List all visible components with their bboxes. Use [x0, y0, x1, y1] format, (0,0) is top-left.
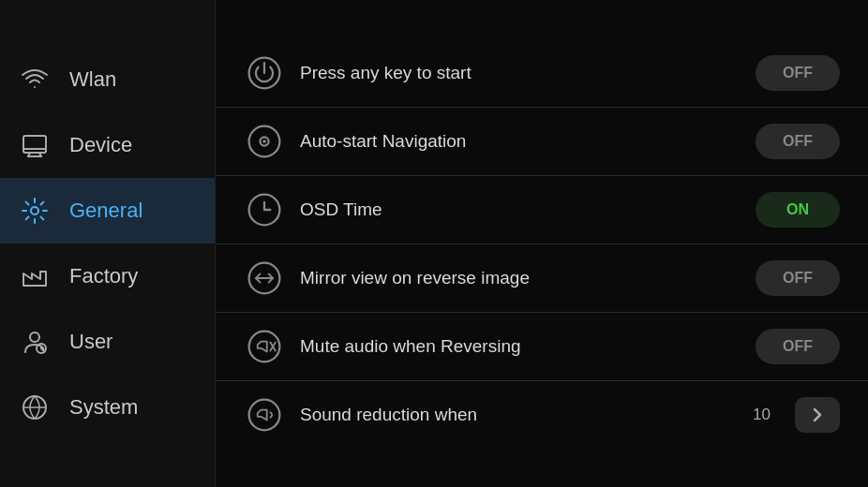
svg-point-8 — [262, 140, 266, 143]
sidebar-label-general: General — [69, 199, 142, 223]
sidebar-item-factory[interactable]: Factory — [0, 244, 215, 309]
sidebar-item-user[interactable]: User — [0, 309, 215, 375]
sidebar-label-wlan: Wlan — [69, 67, 116, 92]
svg-point-2 — [30, 332, 39, 342]
general-icon — [19, 195, 51, 227]
toggle-auto-nav[interactable]: OFF — [756, 124, 840, 159]
sound-reduction-icon — [244, 394, 285, 435]
sidebar-item-system[interactable]: System — [0, 375, 215, 440]
toggle-label-mute-audio: OFF — [783, 338, 813, 355]
auto-nav-icon — [244, 121, 285, 162]
setting-row-press-key: Press any key to startOFF — [216, 39, 868, 108]
sidebar-label-system: System — [69, 395, 138, 420]
setting-numvalue-sound-reduction: 10 — [753, 406, 771, 424]
setting-label-mute-audio: Mute audio when Reversing — [300, 336, 741, 357]
svg-point-11 — [249, 331, 280, 362]
sidebar-label-user: User — [69, 330, 112, 354]
mirror-view-icon — [244, 258, 285, 299]
osd-time-icon — [244, 189, 285, 230]
setting-label-sound-reduction: Sound reduction when — [300, 405, 738, 425]
svg-point-1 — [31, 207, 38, 214]
toggle-press-key[interactable]: OFF — [756, 55, 840, 91]
sidebar-item-device[interactable]: Device — [0, 112, 215, 178]
toggle-mute-audio[interactable]: OFF — [756, 329, 840, 364]
sidebar: WlanDeviceGeneralFactoryUserSystem — [0, 0, 216, 487]
setting-row-sound-reduction: Sound reduction when10 — [216, 381, 868, 449]
wlan-icon — [19, 64, 51, 96]
setting-row-mirror-view: Mirror view on reverse imageOFF — [216, 244, 868, 313]
toggle-label-press-key: OFF — [783, 65, 813, 81]
setting-label-mirror-view: Mirror view on reverse image — [300, 268, 741, 288]
setting-label-osd-time: OSD Time — [300, 199, 741, 220]
toggle-label-auto-nav: OFF — [783, 133, 813, 150]
press-key-icon — [244, 52, 285, 94]
main-content: Press any key to startOFFAuto-start Navi… — [216, 0, 868, 487]
user-icon — [19, 326, 51, 358]
arrow-btn-sound-reduction[interactable] — [795, 397, 840, 433]
sidebar-label-factory: Factory — [69, 264, 138, 288]
setting-row-mute-audio: Mute audio when ReversingOFF — [216, 313, 868, 381]
setting-label-press-key: Press any key to start — [300, 63, 741, 83]
toggle-osd-time[interactable]: ON — [756, 192, 840, 228]
toggle-mirror-view[interactable]: OFF — [756, 260, 840, 296]
sidebar-item-general[interactable]: General — [0, 178, 215, 244]
sidebar-item-wlan[interactable]: Wlan — [0, 47, 215, 112]
system-icon — [19, 391, 51, 423]
svg-rect-0 — [23, 136, 46, 153]
setting-row-auto-nav: Auto-start NavigationOFF — [216, 108, 868, 176]
sidebar-label-device: Device — [69, 133, 132, 157]
mute-audio-icon — [244, 326, 285, 367]
svg-point-12 — [249, 399, 280, 430]
factory-icon — [19, 260, 51, 292]
setting-row-osd-time: OSD TimeON — [216, 176, 868, 244]
toggle-label-mirror-view: OFF — [783, 270, 813, 287]
setting-label-auto-nav: Auto-start Navigation — [300, 131, 741, 152]
toggle-label-osd-time: ON — [786, 201, 809, 218]
device-icon — [19, 129, 51, 161]
